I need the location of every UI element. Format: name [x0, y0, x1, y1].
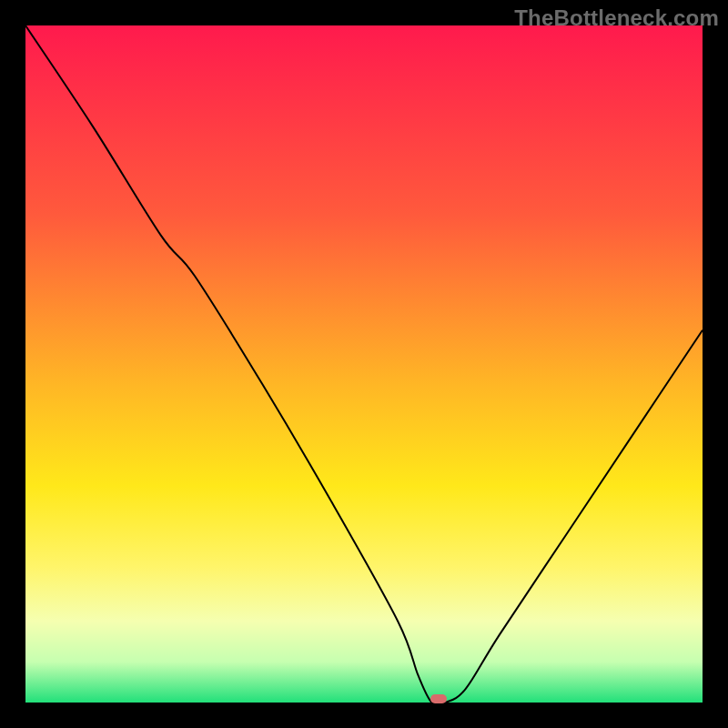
watermark-text: TheBottleneck.com: [514, 5, 719, 31]
optimal-point-marker: [430, 694, 447, 703]
chart-frame: TheBottleneck.com: [0, 0, 728, 728]
bottleneck-curve: [25, 25, 703, 703]
plot-area: [25, 25, 703, 703]
